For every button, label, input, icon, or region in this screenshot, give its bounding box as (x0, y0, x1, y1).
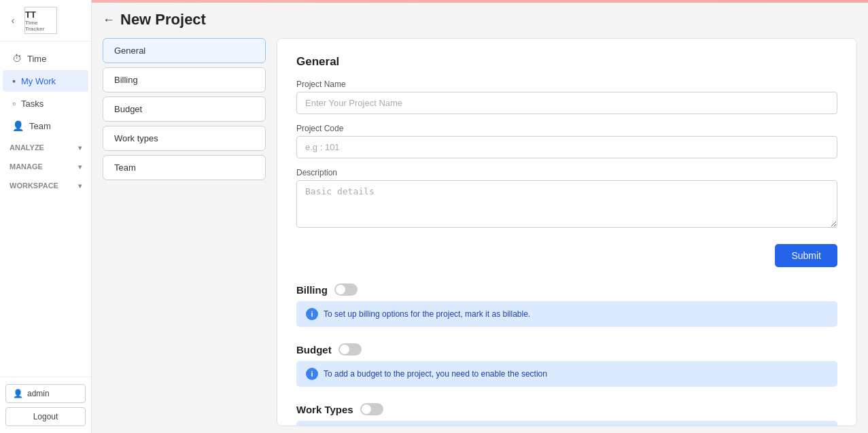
left-nav-budget-label: Budget (114, 104, 142, 114)
submit-row: Submit (296, 240, 837, 267)
workspace-label: WORKSPACE (10, 181, 58, 190)
billing-info-text: To set up billing options for the projec… (324, 309, 530, 319)
sidebar-item-tasks[interactable]: ▫ Tasks (3, 92, 88, 114)
manage-label: MANAGE (10, 162, 43, 171)
page-header: ← New Project (103, 11, 857, 29)
project-code-label: Project Code (296, 124, 837, 133)
project-name-label: Project Name (296, 80, 837, 89)
budget-info-box: i To add a budget to the project, you ne… (296, 361, 837, 387)
logo-subtitle: Time Tracker (25, 20, 56, 32)
description-textarea[interactable] (296, 180, 837, 228)
sidebar: ‹ TT Time Tracker ⏱ Time ▪ My Work ▫ Tas… (0, 0, 92, 433)
budget-toggle[interactable] (338, 343, 362, 356)
left-nav-team[interactable]: Team (103, 155, 266, 180)
time-icon: ⏱ (12, 53, 22, 64)
work-types-row: Work Types (296, 403, 837, 415)
logout-label: Logout (33, 412, 58, 421)
general-section-title: General (296, 55, 837, 69)
work-types-info-box: i There are no work types in the workspa… (296, 421, 837, 426)
analyze-chevron: ▾ (78, 144, 82, 152)
project-code-group: Project Code (296, 124, 837, 158)
back-button[interactable]: ← (103, 13, 115, 27)
admin-label: admin (27, 389, 50, 398)
billing-row: Billing (296, 283, 837, 296)
sidebar-item-time[interactable]: ⏱ Time (3, 48, 88, 69)
sidebar-item-label: Time (27, 54, 46, 64)
billing-toggle[interactable] (334, 283, 358, 296)
budget-info-icon: i (306, 368, 318, 380)
workspace-section[interactable]: WORKSPACE ▾ (0, 177, 91, 194)
left-nav-general[interactable]: General (103, 38, 266, 63)
budget-row: Budget (296, 343, 837, 356)
left-nav-general-label: General (114, 46, 145, 56)
left-nav-billing-label: Billing (114, 75, 138, 85)
sidebar-item-label: Team (29, 121, 51, 131)
admin-icon: 👤 (13, 389, 23, 398)
sidebar-header: ‹ TT Time Tracker (0, 0, 91, 41)
work-types-toggle[interactable] (360, 403, 383, 415)
workspace-chevron: ▾ (78, 182, 82, 190)
left-nav-billing[interactable]: Billing (103, 67, 266, 92)
top-strip (92, 0, 868, 3)
main-content: ← New Project General Billing Budget Wor… (92, 0, 868, 433)
logout-button[interactable]: Logout (5, 407, 86, 426)
left-nav: General Billing Budget Work types Team (103, 38, 266, 426)
project-name-group: Project Name (296, 80, 837, 114)
sidebar-item-my-work[interactable]: ▪ My Work (3, 70, 88, 92)
page-title: New Project (120, 11, 206, 29)
logo: TT Time Tracker (24, 7, 57, 34)
sidebar-item-team[interactable]: 👤 Team (3, 115, 88, 137)
analyze-section[interactable]: ANALYZE ▾ (0, 139, 91, 156)
form-panel: General Project Name Project Code Descri… (277, 38, 857, 426)
logo-text: TT (25, 10, 56, 20)
left-nav-work-types-label: Work types (114, 133, 158, 143)
tasks-icon: ▫ (12, 98, 16, 109)
budget-title: Budget (296, 344, 332, 356)
billing-info-box: i To set up billing options for the proj… (296, 301, 837, 327)
billing-title: Billing (296, 284, 328, 296)
manage-chevron: ▾ (78, 163, 82, 171)
collapse-button[interactable]: ‹ (5, 13, 20, 28)
submit-button[interactable]: Submit (775, 244, 837, 267)
my-work-icon: ▪ (12, 75, 16, 86)
team-icon: 👤 (12, 120, 24, 131)
description-group: Description (296, 168, 837, 230)
sidebar-nav: ⏱ Time ▪ My Work ▫ Tasks 👤 Team ANALYZE … (0, 41, 91, 377)
work-types-title: Work Types (296, 404, 353, 415)
billing-info-icon: i (306, 308, 318, 320)
sidebar-footer: 👤 admin Logout (0, 377, 91, 433)
budget-info-text: To add a budget to the project, you need… (324, 369, 547, 379)
manage-section[interactable]: MANAGE ▾ (0, 158, 91, 175)
sidebar-item-label: My Work (21, 76, 56, 86)
project-code-input[interactable] (296, 136, 837, 158)
description-label: Description (296, 168, 837, 177)
sidebar-item-label: Tasks (21, 99, 44, 109)
left-nav-budget[interactable]: Budget (103, 97, 266, 122)
left-nav-team-label: Team (114, 162, 136, 173)
admin-button[interactable]: 👤 admin (5, 384, 86, 403)
analyze-label: ANALYZE (10, 143, 44, 152)
left-nav-work-types[interactable]: Work types (103, 126, 266, 151)
project-name-input[interactable] (296, 92, 837, 114)
content-area: General Billing Budget Work types Team (103, 38, 857, 426)
